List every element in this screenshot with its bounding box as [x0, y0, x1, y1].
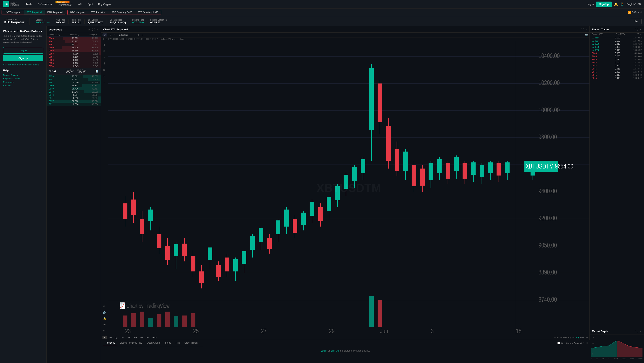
magnet-tool[interactable]: 🔗: [102, 310, 107, 315]
undo-icon[interactable]: ↩: [130, 34, 132, 36]
nav-references[interactable]: References ▾: [35, 2, 55, 6]
nav-buy-crypto[interactable]: Buy Crypto: [96, 2, 113, 6]
close-chart-icon[interactable]: ✕: [585, 28, 587, 31]
indicators-button[interactable]: Indicators: [118, 34, 129, 36]
positions-signup-link[interactable]: Sign Up: [330, 350, 339, 352]
sandbox-link[interactable]: Visit Sandbox to try Simulated Trading: [3, 64, 43, 66]
chart-settings-icon[interactable]: ⚙: [137, 34, 139, 36]
ob-buy-row[interactable]: 9649 29.416 79.757: [46, 87, 101, 90]
ob-sell-row[interactable]: 9659 18.560 19.695: [46, 49, 101, 52]
tab-stops[interactable]: Stops: [163, 340, 173, 346]
tab-btc-margined[interactable]: BTC Margined: [68, 10, 88, 14]
login-link[interactable]: Log In: [587, 3, 594, 6]
ob-buy-row[interactable]: 9650 18.807 50.341: [46, 84, 101, 87]
ob-buy-row[interactable]: 9644 2.510 99.324: [46, 96, 101, 100]
tab-btc-q0925[interactable]: BTC Quarterly 0925: [135, 10, 161, 14]
left-signup-button[interactable]: Sign Up: [3, 55, 43, 61]
ob-sell-row[interactable]: 9662 13.107 57.239: [46, 40, 101, 43]
crosshair-tool[interactable]: ✛: [102, 42, 107, 48]
signup-button[interactable]: Sign Up: [596, 2, 612, 7]
ob-sell-row[interactable]: 9661 10.027 44.132: [46, 43, 101, 46]
close-positions-icon[interactable]: ✕: [586, 342, 588, 344]
ob-sell-row[interactable]: 9660 14.410 34.105: [46, 46, 101, 49]
timeframe-1m[interactable]: 1m: [133, 336, 138, 339]
lock-tool[interactable]: 🔒: [102, 316, 107, 321]
pattern-tool[interactable]: ⊞: [102, 67, 107, 72]
ob-sell-row[interactable]: 9658 0.790 1.135: [46, 52, 101, 55]
ob-sell-row[interactable]: 9657 0.100 0.345: [46, 55, 101, 58]
tab-order-history[interactable]: Order History: [182, 340, 200, 346]
chart-fullscreen-icon[interactable]: ⛶: [141, 34, 143, 36]
trash-tool[interactable]: 🗑: [102, 328, 107, 334]
close-md-icon[interactable]: ✕: [640, 330, 642, 333]
tab-open-orders[interactable]: Open Orders: [144, 340, 163, 346]
tab-closed-positions[interactable]: Closed Positions PNL: [118, 340, 144, 346]
ob-buy-row[interactable]: 9651 0.400 31.534: [46, 81, 101, 84]
redo-icon[interactable]: ↪: [134, 34, 136, 36]
help-support[interactable]: Support: [3, 84, 43, 87]
close-rt-icon[interactable]: ✕: [640, 28, 642, 31]
timeframe-1d[interactable]: 1d: [145, 336, 150, 339]
measure-tool[interactable]: ⇔: [102, 73, 107, 78]
timeframe-1h[interactable]: 1h: [102, 34, 107, 36]
settings-icon[interactable]: ⚙: [640, 11, 642, 14]
ob-sell-row[interactable]: 9654 0.045 0.045: [46, 65, 101, 68]
draw-tool[interactable]: ✏: [102, 48, 107, 54]
close-icon[interactable]: ✕: [96, 28, 98, 31]
timeframe-6m[interactable]: 6m: [120, 336, 125, 339]
tab-btc-q0626[interactable]: BTC Quarterly 0626: [109, 10, 135, 14]
notification-icon[interactable]: 🔔: [614, 2, 618, 6]
timeframe-indicator-line[interactable]: 0: [109, 34, 112, 36]
nav-spot[interactable]: Spot: [85, 2, 95, 6]
back-arrow-tool[interactable]: ←: [102, 80, 107, 85]
ob-buy-row[interactable]: 9653 17.882 17.882: [46, 75, 101, 78]
help-futures-guides[interactable]: Futures Guides: [3, 74, 43, 77]
expand-md-icon[interactable]: ⛶: [636, 330, 638, 333]
ob-buy-row[interactable]: 9646 0.014 96.814: [46, 93, 101, 96]
expand-down-icon[interactable]: ▼: [102, 336, 107, 339]
ob-sell-row[interactable]: 9656 0.100 0.245: [46, 58, 101, 62]
ob-buy-row[interactable]: 9627 50.000 149.324: [46, 100, 101, 103]
ob-sell-row[interactable]: 9655 0.100 0.145: [46, 62, 101, 65]
help-beginners-guides[interactable]: Beginner's Guides: [3, 77, 43, 80]
expand-rt-icon[interactable]: ⛶: [636, 28, 638, 31]
auto-toggle[interactable]: auto: [580, 336, 584, 338]
symbol-selector[interactable]: USDTMargined BTC Perpetual ▼: [2, 18, 30, 25]
help-references[interactable]: References: [3, 80, 43, 84]
text-tool[interactable]: T: [102, 61, 107, 66]
line-tool[interactable]: ⟋: [102, 54, 107, 60]
screenshot-icon[interactable]: 📷: [585, 34, 588, 36]
timeframe-5d[interactable]: 5d: [139, 336, 144, 339]
ob-sell-row[interactable]: 9663 13.973 71.212: [46, 37, 101, 40]
chart-type-line[interactable]: 〜: [114, 34, 116, 36]
timeframe-5y[interactable]: 5y: [108, 336, 113, 339]
percent-toggle[interactable]: %: [572, 336, 574, 338]
expand-chart-icon[interactable]: ⛶: [581, 28, 584, 31]
app-download-icon[interactable]: 📱: [620, 2, 624, 6]
tab-btc-perpetual-g1[interactable]: BTC Perpetual: [24, 10, 45, 14]
ob-buy-row[interactable]: 9648 17.043 96.800: [46, 90, 101, 93]
settings-icon[interactable]: ⚙: [88, 28, 90, 31]
nav-trade[interactable]: Trade: [24, 2, 34, 6]
nav-api[interactable]: API: [76, 2, 84, 6]
only-contract-checkbox[interactable]: [558, 342, 560, 344]
language-selector[interactable]: English/USD: [626, 3, 641, 6]
log-toggle[interactable]: log: [576, 336, 579, 338]
tab-usdt-margined[interactable]: USDT Margined: [2, 10, 24, 14]
tab-fills[interactable]: Fills: [173, 340, 182, 346]
chart-more-settings-icon[interactable]: ⚙: [586, 336, 588, 339]
lite-button[interactable]: Lite: [630, 19, 642, 24]
goto-button[interactable]: Go to...: [151, 336, 160, 339]
tab-positions[interactable]: Positions: [103, 340, 118, 346]
timeframe-1y[interactable]: 1y: [114, 336, 118, 339]
timeframe-3m[interactable]: 3m: [126, 336, 131, 339]
left-login-button[interactable]: Log In: [3, 47, 43, 54]
ruler-tool[interactable]: ✏: [102, 304, 107, 309]
logo[interactable]: KC KUCOIN FUTURES: [3, 1, 19, 8]
expand-positions-icon[interactable]: ⛶: [583, 342, 585, 344]
tab-btc-perpetual-g2[interactable]: BTC Perpetual: [88, 10, 109, 14]
positions-login-link[interactable]: Log In: [321, 350, 327, 352]
nav-promotions[interactable]: Brand Upgrade Promotions ▾: [56, 1, 75, 7]
ob-buy-row[interactable]: 9652 13.252 31.134: [46, 78, 101, 81]
tab-eth-perpetual[interactable]: ETH Perpetual: [45, 10, 66, 14]
